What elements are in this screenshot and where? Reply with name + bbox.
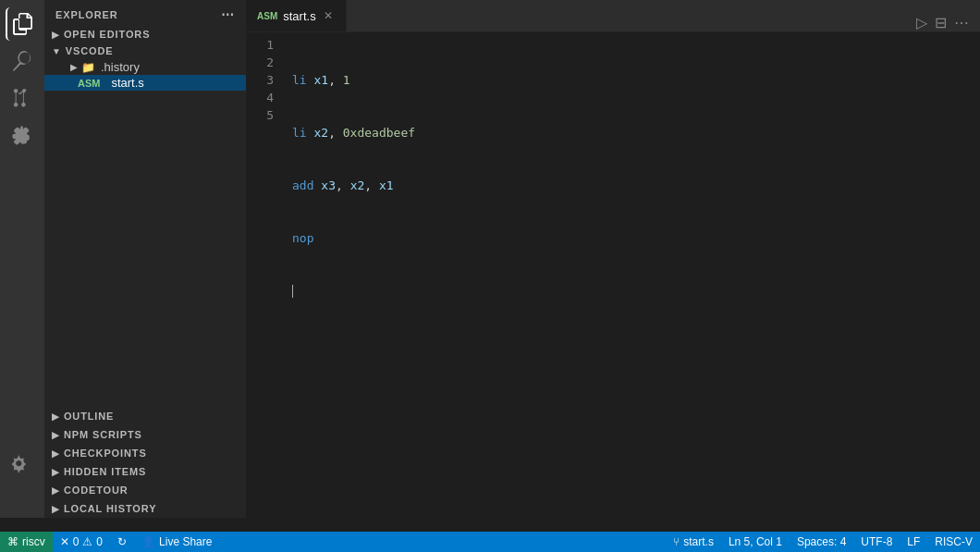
- checkpoints-section[interactable]: ▶ CHECKPOINTS: [44, 444, 246, 462]
- vscode-section-header[interactable]: ▼ VSCODE: [44, 43, 246, 59]
- errors-count: 0: [73, 535, 80, 548]
- spaces-item[interactable]: Spaces: 4: [790, 532, 853, 552]
- source-control-icon[interactable]: [6, 81, 39, 115]
- codetour-section[interactable]: ▶ CODETOUR: [44, 481, 246, 499]
- tab-actions: ▷ ⊟ ⋯: [916, 14, 980, 31]
- remote-label: riscv: [22, 535, 45, 548]
- tab-start-s-label: start.s: [283, 9, 315, 23]
- sidebar-title: EXPLORER ⋯: [44, 0, 246, 26]
- hidden-items-label: HIDDEN ITEMS: [64, 466, 146, 477]
- title-actions: ⋯: [221, 7, 235, 22]
- npm-scripts-section[interactable]: ▶ NPM SCRIPTS: [44, 425, 246, 444]
- tab-asm-icon: ASM: [257, 11, 277, 21]
- split-editor-icon[interactable]: ⊟: [935, 14, 947, 31]
- new-file-icon[interactable]: ⋯: [221, 7, 235, 22]
- start-s-label: start.s: [111, 76, 143, 90]
- warning-icon: ⚠: [82, 535, 92, 548]
- branch-label: start.s: [683, 535, 714, 548]
- status-right: ⑂ start.s Ln 5, Col 1 Spaces: 4 UTF-8 LF…: [666, 532, 980, 552]
- branch-icon: ⑂: [673, 535, 680, 548]
- code-line-4: nop: [292, 229, 971, 247]
- codetour-chevron: ▶: [52, 485, 60, 496]
- local-history-section[interactable]: ▶ LOCAL HISTORY: [44, 499, 246, 518]
- errors-warnings-item[interactable]: ✕ 0 ⚠ 0: [53, 532, 110, 552]
- tab-bar: ASM start.s ✕ ▷ ⊟ ⋯: [246, 0, 980, 32]
- history-chevron: ▶: [70, 62, 78, 72]
- history-folder-item[interactable]: ▶ 📁 .history: [44, 59, 246, 75]
- line-ending-item[interactable]: LF: [900, 532, 927, 552]
- outline-label: OUTLINE: [64, 411, 114, 422]
- warnings-count: 0: [96, 535, 103, 548]
- local-history-label: LOCAL HISTORY: [64, 503, 156, 514]
- vscode-chevron: ▼: [52, 46, 62, 56]
- editor-scrollbar[interactable]: [971, 32, 980, 518]
- local-history-chevron: ▶: [52, 504, 60, 514]
- hidden-items-chevron: ▶: [52, 467, 60, 477]
- open-editors-header[interactable]: ▶ OPEN EDITORS: [44, 26, 246, 43]
- error-icon: ✕: [60, 535, 69, 548]
- code-content[interactable]: li x1, 1 li x2, 0xdeadbeef add x3, x2, x…: [283, 32, 971, 518]
- sidebar-spacer: [44, 91, 246, 407]
- status-left: ⌘ riscv ✕ 0 ⚠ 0 ↻ 👤 Live Share: [0, 532, 219, 552]
- position-item[interactable]: Ln 5, Col 1: [721, 532, 790, 552]
- explorer-title-label: EXPLORER: [55, 9, 118, 20]
- sync-icon: ↻: [117, 535, 127, 548]
- explorer-icon[interactable]: [6, 7, 39, 41]
- encoding-item[interactable]: UTF-8: [853, 532, 900, 552]
- vscode-label: VSCODE: [66, 45, 114, 56]
- line-ending-label: LF: [907, 535, 920, 548]
- open-editors-chevron: ▶: [52, 30, 60, 40]
- outline-chevron: ▶: [52, 411, 60, 422]
- codetour-label: CODETOUR: [64, 485, 129, 496]
- language-label: RISC-V: [935, 535, 973, 548]
- checkpoints-chevron: ▶: [52, 448, 60, 459]
- activity-bar: [0, 0, 44, 518]
- sync-item[interactable]: ↻: [110, 532, 134, 552]
- live-share-icon: 👤: [141, 535, 155, 548]
- remote-icon: ⌘: [7, 535, 18, 548]
- folder-icon: 📁: [81, 61, 95, 74]
- asm-file-icon: ASM: [78, 78, 100, 89]
- branch-item[interactable]: ⑂ start.s: [666, 532, 721, 552]
- history-label: .history: [101, 60, 140, 74]
- code-line-3: add x3, x2, x1: [292, 177, 971, 194]
- code-line-5: [292, 282, 971, 300]
- search-icon[interactable]: [6, 44, 39, 78]
- extensions-icon[interactable]: [6, 118, 39, 152]
- checkpoints-label: CHECKPOINTS: [64, 448, 147, 459]
- code-editor[interactable]: 1 2 3 4 5 li x1, 1 li x2, 0xdeadbeef add…: [246, 32, 980, 518]
- tab-close-icon[interactable]: ✕: [322, 7, 335, 24]
- language-item[interactable]: RISC-V: [927, 532, 980, 552]
- settings-icon[interactable]: [6, 448, 39, 481]
- tab-start-s[interactable]: ASM start.s ✕: [246, 0, 347, 31]
- activity-bar-bottom: [0, 448, 44, 481]
- position-label: Ln 5, Col 1: [729, 535, 782, 548]
- line-numbers: 1 2 3 4 5: [246, 32, 283, 518]
- spaces-label: Spaces: 4: [797, 535, 846, 548]
- code-line-2: li x2, 0xdeadbeef: [292, 124, 971, 141]
- code-line-1: li x1, 1: [292, 71, 971, 89]
- outline-section[interactable]: ▶ OUTLINE: [44, 407, 246, 425]
- encoding-label: UTF-8: [861, 535, 892, 548]
- npm-label: NPM SCRIPTS: [64, 429, 142, 440]
- run-icon[interactable]: ▷: [916, 14, 927, 31]
- live-share-label: Live Share: [159, 535, 212, 548]
- more-actions-icon[interactable]: ⋯: [954, 14, 969, 31]
- status-bar: ⌘ riscv ✕ 0 ⚠ 0 ↻ 👤 Live Share ⑂ start.s…: [0, 532, 980, 552]
- open-editors-label: OPEN EDITORS: [64, 29, 150, 40]
- start-s-file-item[interactable]: ASM start.s: [44, 75, 246, 91]
- npm-chevron: ▶: [52, 430, 60, 440]
- remote-badge[interactable]: ⌘ riscv: [0, 532, 53, 552]
- hidden-items-section[interactable]: ▶ HIDDEN ITEMS: [44, 462, 246, 481]
- editor-area: ASM start.s ✕ ▷ ⊟ ⋯ 1 2 3 4 5 li x1, 1 l…: [246, 0, 980, 518]
- sidebar: EXPLORER ⋯ ▶ OPEN EDITORS ▼ VSCODE ▶ 📁 .…: [44, 0, 246, 518]
- live-share-item[interactable]: 👤 Live Share: [134, 532, 219, 552]
